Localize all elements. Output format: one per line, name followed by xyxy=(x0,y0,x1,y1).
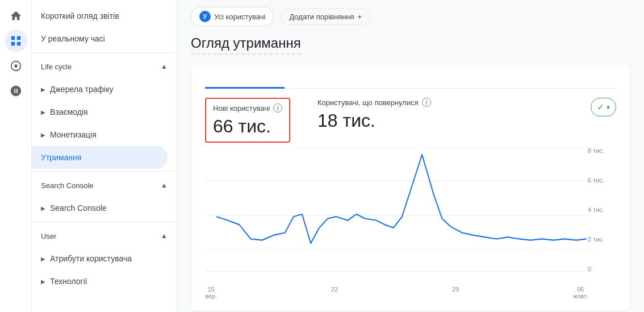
chart-y-labels: 8 тис. 6 тис. 4 тис. 2 тис. 0 xyxy=(588,147,616,284)
add-comparison-label: Додати порівняння xyxy=(289,13,354,21)
status-check-icon: ✓ xyxy=(597,102,604,113)
chart-x-labels: 15 вер. 22 29 06 жовт. xyxy=(205,284,616,299)
svg-point-5 xyxy=(14,64,18,68)
metric-returning-users: Користувачі, що повернулися i 18 тис. xyxy=(317,98,431,131)
info-icon-returning-users[interactable]: i xyxy=(422,98,431,107)
sidebar-item-monetization[interactable]: ▶ Монетизація xyxy=(32,123,177,146)
sidebar: Короткий огляд звітів У реальному часі L… xyxy=(32,0,177,312)
reports-icon[interactable] xyxy=(5,30,27,52)
metric-value-new-users: 66 тис. xyxy=(213,116,282,137)
x-label-06: 06 жовт. xyxy=(573,286,588,299)
y-label-8k: 8 тис. xyxy=(588,147,616,154)
sidebar-item-user-attributes[interactable]: ▶ Атрибути користувача xyxy=(32,247,177,270)
svg-rect-1 xyxy=(16,36,20,40)
segment-chip[interactable]: У Усі користувачі xyxy=(191,7,274,26)
sidebar-item-retention[interactable]: Утримання xyxy=(32,146,168,169)
section-user[interactable]: User ▲ xyxy=(32,224,177,247)
sidebar-item-search-console[interactable]: ▶ Search Console xyxy=(32,197,177,219)
sidebar-item-reports-overview[interactable]: Короткий огляд звітів xyxy=(32,5,177,27)
page-title: Огляд утримання xyxy=(191,35,301,55)
advertising-icon[interactable] xyxy=(5,80,27,102)
chevron-up-icon: ▲ xyxy=(161,232,168,240)
y-label-2k: 2 тис. xyxy=(588,236,616,243)
expand-arrow-icon: ▶ xyxy=(41,278,45,285)
add-comparison-button[interactable]: Додати порівняння + xyxy=(281,9,370,25)
sidebar-item-traffic-sources[interactable]: ▶ Джерела трафіку xyxy=(32,78,177,101)
expand-arrow-icon: ▶ xyxy=(41,256,45,262)
x-label-29: 29 xyxy=(452,286,459,299)
svg-rect-0 xyxy=(11,36,14,40)
metric-new-users: Нові користувачі i 66 тис. xyxy=(205,98,290,143)
svg-rect-3 xyxy=(16,42,20,45)
home-icon[interactable] xyxy=(5,5,27,27)
sidebar-item-realtime[interactable]: У реальному часі xyxy=(32,27,177,50)
top-bar: У Усі користувачі Додати порівняння + xyxy=(177,0,644,33)
metric-tabs xyxy=(205,76,616,89)
explore-icon[interactable] xyxy=(5,55,27,77)
info-icon-new-users[interactable]: i xyxy=(273,103,282,113)
section-lifecycle[interactable]: Life cycle ▲ xyxy=(32,55,177,78)
metrics-row: Нові користувачі i 66 тис. Користувачі, … xyxy=(205,98,616,143)
content-card: Нові користувачі i 66 тис. Користувачі, … xyxy=(191,64,630,311)
metric-value-returning-users: 18 тис. xyxy=(317,110,431,131)
x-label-22: 22 xyxy=(331,286,338,299)
chevron-up-icon: ▲ xyxy=(161,181,168,189)
main-content: У Усі користувачі Додати порівняння + Ог… xyxy=(177,0,644,312)
icon-rail xyxy=(0,0,32,312)
chevron-up-icon: ▲ xyxy=(161,63,168,70)
sidebar-item-engagement[interactable]: ▶ Взаємодія xyxy=(32,101,177,123)
segment-chip-icon: У xyxy=(199,11,211,22)
segment-chip-label: Усі користувачі xyxy=(214,13,265,21)
status-button[interactable]: ✓ ▾ xyxy=(591,98,616,117)
metric-tab-active[interactable] xyxy=(205,76,285,89)
y-label-0: 0 xyxy=(588,265,616,272)
expand-arrow-icon: ▶ xyxy=(41,86,45,93)
y-label-4k: 4 тис. xyxy=(588,206,616,213)
expand-arrow-icon: ▶ xyxy=(41,205,45,211)
metric-label-returning-users: Користувачі, що повернулися i xyxy=(317,98,431,107)
svg-rect-2 xyxy=(11,42,14,45)
y-label-6k: 6 тис. xyxy=(588,177,616,184)
sidebar-item-technology[interactable]: ▶ Технології xyxy=(32,270,177,293)
section-search-console[interactable]: Search Console ▲ xyxy=(32,174,177,197)
x-label-15: 15 вер. xyxy=(205,286,217,299)
divider-2 xyxy=(32,171,177,172)
chart-area: 8 тис. 6 тис. 4 тис. 2 тис. 0 xyxy=(205,147,616,284)
divider-1 xyxy=(32,52,177,53)
plus-icon: + xyxy=(358,13,362,21)
status-dropdown-icon: ▾ xyxy=(607,103,610,111)
page-title-area: Огляд утримання xyxy=(177,33,644,64)
metric-label-new-users: Нові користувачі i xyxy=(213,103,282,113)
expand-arrow-icon: ▶ xyxy=(41,109,45,115)
metric-status-area: ✓ ▾ xyxy=(591,98,616,117)
retention-chart xyxy=(205,147,616,284)
expand-arrow-icon: ▶ xyxy=(41,132,45,138)
divider-3 xyxy=(32,222,177,222)
